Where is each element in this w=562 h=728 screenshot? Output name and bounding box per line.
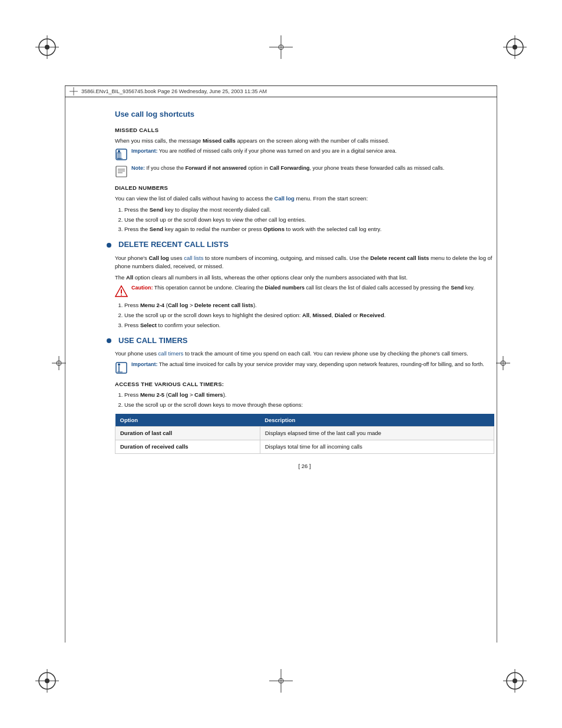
delete-step-1: Press Menu 2-4 (Call log > Delete recent… xyxy=(124,301,494,309)
timers-body1: Your phone uses call timers to track the… xyxy=(115,350,494,358)
reg-mark-tc xyxy=(269,35,293,59)
svg-point-11 xyxy=(45,678,49,683)
delete-step-2: Use the scroll up or the scroll down key… xyxy=(124,311,494,319)
reg-mark-lc xyxy=(52,356,66,373)
bullet-dot-delete xyxy=(107,243,111,248)
note-forward-text: Note: If you chose the Forward if not an… xyxy=(131,164,444,172)
dialed-step-1: Press the Send key to display the most r… xyxy=(124,206,494,214)
svg-rect-35 xyxy=(116,166,127,177)
timers-important-text: Important: The actual time invoiced for … xyxy=(131,361,484,368)
timers-important: Important: The actual time invoiced for … xyxy=(115,361,494,374)
delete-recent-title: DELETE RECENT CALL LISTS xyxy=(115,239,494,251)
header-bar: 3586i.ENv1_BIL_9356745.book Page 26 Wedn… xyxy=(65,85,497,97)
timers-steps: Press Menu 2-5 (Call log > Call timers).… xyxy=(124,391,494,409)
main-content: Use call log shortcuts MISSED CALLS When… xyxy=(115,109,494,648)
reg-mark-tr xyxy=(503,35,527,59)
missed-calls-body: When you miss calls, the message Missed … xyxy=(115,137,494,145)
timers-important-icon xyxy=(115,361,128,374)
dialed-numbers-steps: Press the Send key to display the most r… xyxy=(124,206,494,233)
svg-point-3 xyxy=(45,45,49,50)
table-cell-desc-1: Displays elapsed time of the last call y… xyxy=(260,427,494,440)
svg-point-32 xyxy=(118,150,120,153)
svg-point-15 xyxy=(513,678,517,683)
missed-calls-subtitle: MISSED CALLS xyxy=(115,126,494,134)
reg-mark-bc xyxy=(269,669,293,693)
delete-recent-section: DELETE RECENT CALL LISTS Your phone's Ca… xyxy=(115,239,494,329)
dialed-numbers-body: You can view the list of dialed calls wi… xyxy=(115,195,494,203)
timers-step-2: Use the scroll up or the scroll down key… xyxy=(124,401,494,409)
call-log-title: Use call log shortcuts xyxy=(115,109,494,120)
dialed-numbers-subtitle: DIALED NUMBERS xyxy=(115,184,494,192)
table-cell-option-2: Duration of received calls xyxy=(115,440,260,454)
reg-mark-br xyxy=(503,669,527,693)
dialed-step-2: Use the scroll up or the scroll down key… xyxy=(124,216,494,224)
table-cell-desc-2: Displays total time for all incoming cal… xyxy=(260,440,494,454)
call-log-section: Use call log shortcuts MISSED CALLS When… xyxy=(115,109,494,233)
access-timers-subtitle: ACCESS THE VARIOUS CALL TIMERS: xyxy=(115,380,494,388)
delete-recent-body2: The All option clears all numbers in all… xyxy=(115,274,494,282)
dialed-step-3: Press the Send key again to redial the n… xyxy=(124,225,494,233)
delete-recent-steps: Press Menu 2-4 (Call log > Delete recent… xyxy=(124,301,494,329)
missed-calls-important-text: Important: You are notified of missed ca… xyxy=(131,147,396,155)
header-filename: 3586i.ENv1_BIL_9356745.book Page 26 Wedn… xyxy=(81,88,267,94)
svg-point-41 xyxy=(121,295,122,296)
use-call-timers-section: USE CALL TIMERS Your phone uses call tim… xyxy=(115,335,494,470)
delete-recent-body1: Your phone's Call log uses call lists to… xyxy=(115,254,494,271)
delete-recent-caution: Caution: This operation cannot be undone… xyxy=(115,284,494,298)
table-cell-option-1: Duration of last call xyxy=(115,427,260,440)
svg-point-43 xyxy=(118,364,120,366)
table-header-description: Description xyxy=(260,414,494,427)
svg-point-7 xyxy=(513,45,517,50)
options-table: Option Description Duration of last call… xyxy=(115,414,494,454)
missed-calls-note: Note: If you chose the Forward if not an… xyxy=(115,164,494,178)
caution-text: Caution: This operation cannot be undone… xyxy=(131,284,474,292)
note-icon xyxy=(115,165,128,178)
caution-icon xyxy=(115,285,128,298)
important-icon xyxy=(115,148,128,161)
bullet-dot-timers xyxy=(107,338,111,343)
svg-rect-30 xyxy=(116,149,127,160)
reg-mark-tl xyxy=(35,35,59,59)
delete-step-3: Press Select to confirm your selection. xyxy=(124,321,494,330)
reg-mark-rc xyxy=(496,356,510,373)
use-call-timers-title: USE CALL TIMERS xyxy=(115,335,494,347)
reg-mark-bl xyxy=(35,669,59,693)
missed-calls-important: Important: You are notified of missed ca… xyxy=(115,147,494,161)
table-row: Duration of received calls Displays tota… xyxy=(115,440,494,454)
table-header-option: Option xyxy=(115,414,260,427)
table-row: Duration of last call Displays elapsed t… xyxy=(115,427,494,440)
page-number: [ 26 ] xyxy=(115,462,494,470)
page: 3586i.ENv1_BIL_9356745.book Page 26 Wedn… xyxy=(0,0,562,728)
svg-rect-42 xyxy=(116,363,127,373)
timers-step-1: Press Menu 2-5 (Call log > Call timers). xyxy=(124,391,494,399)
